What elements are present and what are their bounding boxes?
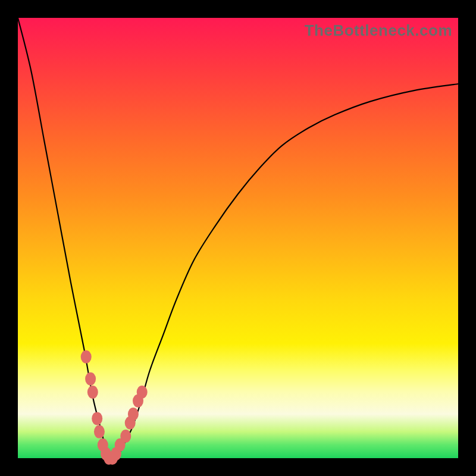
bottleneck-curve [18, 18, 458, 459]
curve-marker [81, 350, 92, 364]
plot-area: TheBottleneck.com [18, 18, 458, 458]
curve-layer [18, 18, 458, 458]
curve-marker [120, 430, 131, 443]
curve-marker [87, 386, 98, 399]
curve-marker [137, 386, 148, 399]
curve-marker [85, 372, 96, 386]
curve-marker [92, 412, 102, 425]
curve-marker [94, 425, 105, 439]
curve-marker [128, 408, 139, 421]
curve-markers [81, 350, 148, 465]
chart-frame: TheBottleneck.com [0, 0, 476, 476]
